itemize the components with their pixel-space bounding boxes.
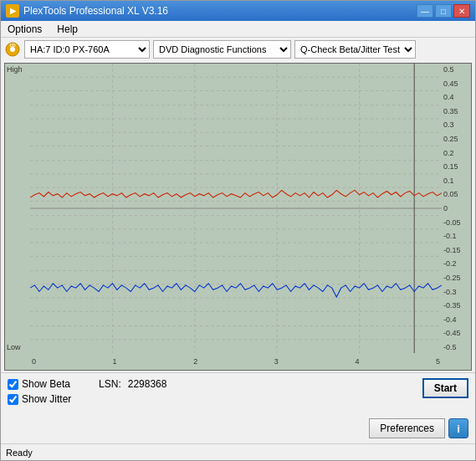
lsn-value: 2298368	[128, 378, 167, 390]
x-axis: 0 1 2 3 4 5	[30, 353, 442, 370]
drive-icon: CD	[4, 41, 21, 58]
window-title: PlexTools Professional XL V3.16	[23, 5, 168, 17]
low-label: Low	[7, 343, 21, 351]
bottom-panel: Show Beta LSN: 2298368 Show Jitter Start…	[1, 372, 475, 443]
show-beta-row: Show Beta LSN: 2298368	[8, 378, 166, 390]
close-button[interactable]: ✕	[453, 4, 470, 18]
info-button[interactable]: i	[448, 418, 468, 438]
show-jitter-checkbox[interactable]	[8, 394, 18, 405]
svg-text:CD: CD	[9, 43, 16, 48]
y-axis-right: 0.5 0.45 0.4 0.35 0.3 0.25 0.2 0.15 0.1 …	[442, 64, 471, 353]
title-bar-left: ▶ PlexTools Professional XL V3.16	[6, 4, 168, 18]
preferences-button[interactable]: Preferences	[369, 418, 445, 438]
function-select[interactable]: DVD Diagnostic Functions	[153, 40, 291, 59]
status-text: Ready	[6, 448, 33, 458]
menu-options[interactable]: Options	[4, 23, 45, 36]
menu-bar: Options Help	[1, 21, 475, 38]
chart-inner	[30, 64, 442, 353]
title-bar: ▶ PlexTools Professional XL V3.16 — □ ✕	[1, 1, 475, 21]
app-icon: ▶	[6, 4, 19, 18]
main-window: ▶ PlexTools Professional XL V3.16 — □ ✕ …	[0, 0, 476, 461]
chart-container: High Low 0.5 0.45 0.4 0.35 0.3 0.25 0.2 …	[4, 63, 472, 371]
toolbar: CD HA:7 ID:0 PX-760A DVD Diagnostic Func…	[1, 38, 475, 61]
start-button[interactable]: Start	[422, 378, 468, 398]
test-select[interactable]: Q-Check Beta/Jitter Test	[294, 40, 416, 59]
lsn-label: LSN:	[99, 378, 121, 390]
show-jitter-label: Show Jitter	[22, 393, 71, 405]
status-bar: Ready	[1, 443, 475, 460]
show-jitter-row: Show Jitter	[8, 393, 166, 405]
chart-svg	[30, 64, 442, 353]
high-label: High	[7, 65, 23, 74]
minimize-button[interactable]: —	[417, 4, 433, 18]
drive-select[interactable]: HA:7 ID:0 PX-760A	[24, 40, 150, 59]
title-controls: — □ ✕	[417, 4, 470, 18]
show-beta-checkbox[interactable]	[8, 379, 18, 390]
show-beta-label: Show Beta	[22, 378, 70, 390]
menu-help[interactable]: Help	[54, 23, 81, 36]
maximize-button[interactable]: □	[435, 4, 452, 18]
chart-area: High Low 0.5 0.45 0.4 0.35 0.3 0.25 0.2 …	[1, 61, 475, 372]
